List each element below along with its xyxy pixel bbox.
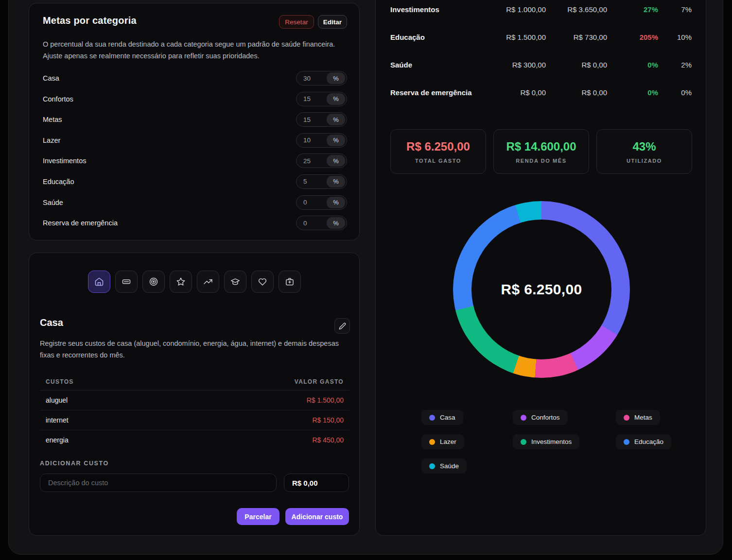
pct-used: 0% (607, 61, 658, 69)
legend-dot (521, 415, 526, 421)
pct-used: 0% (607, 88, 658, 97)
percent-input[interactable]: 30% (296, 71, 347, 85)
goal-row: Educação5% (43, 174, 347, 189)
percent-input[interactable]: 25% (296, 153, 347, 168)
spending-donut-chart: R$ 6.250,00 (453, 201, 630, 378)
category-detail-card: Casa Registre seus custos de casa (alugu… (29, 253, 360, 536)
legend-item[interactable]: Casa (421, 410, 463, 425)
goal-row: Investimentos25% (43, 153, 347, 168)
legend-item[interactable]: Metas (616, 410, 660, 425)
legend-dot (429, 439, 435, 445)
summary-row: Saúde R$ 300,00 R$ 0,00 0% 2% (376, 51, 707, 79)
card-icon (122, 277, 131, 287)
goal-label: Educação (43, 178, 74, 186)
legend-dot (429, 415, 435, 421)
target-icon (149, 277, 158, 287)
goal-label: Casa (43, 74, 59, 82)
star-icon (176, 277, 186, 287)
summary-card: Investimentos R$ 1.000,00 R$ 3.650,00 27… (375, 0, 706, 536)
goal-label: Reserva de emergência (43, 219, 118, 227)
goal-row: Casa30% (43, 71, 347, 85)
tab-investimentos[interactable] (197, 271, 219, 293)
stat-total-spent: R$ 6.250,00 Total gasto (390, 129, 486, 174)
spent-value: R$ 0,00 (473, 88, 546, 97)
tab-casa[interactable] (88, 271, 110, 293)
goals-description: O percentual da sua renda destinado a ca… (43, 38, 343, 62)
legend-item[interactable]: Investimentos (513, 434, 579, 449)
percent-input[interactable]: 15% (296, 92, 347, 106)
planned-value: R$ 3.650,00 (546, 5, 607, 14)
percent-suffix: % (327, 197, 345, 208)
percent-suffix: % (327, 114, 345, 125)
tab-educacao[interactable] (224, 271, 246, 293)
goal-label: Investimentos (43, 157, 86, 165)
planned-value: R$ 0,00 (546, 88, 607, 97)
percent-input[interactable]: 0% (296, 216, 347, 230)
cost-row: energiaR$ 450,00 (40, 430, 349, 450)
edit-category-button[interactable] (334, 318, 350, 334)
goal-row: Lazer10% (43, 133, 347, 148)
summary-row: Educação R$ 1.500,00 R$ 730,00 205% 10% (376, 23, 707, 51)
tab-metas[interactable] (142, 271, 165, 293)
costs-table: Custos Valor gasto aluguelR$ 1.500,00 in… (40, 373, 349, 450)
category-tabs (88, 271, 301, 293)
legend-dot (624, 439, 629, 445)
trending-up-icon (203, 277, 213, 287)
spent-value: R$ 1.500,00 (473, 33, 546, 41)
edit-button[interactable]: Editar (318, 15, 347, 29)
stat-utilized: 43% Utilizado (596, 129, 692, 174)
percent-suffix: % (327, 135, 345, 146)
percent-suffix: % (327, 176, 345, 187)
legend-item[interactable]: Lazer (421, 434, 464, 449)
pct-of-income: 7% (658, 5, 692, 14)
percent-input[interactable]: 10% (296, 133, 347, 148)
summary-table: Investimentos R$ 1.000,00 R$ 3.650,00 27… (376, 0, 707, 106)
medical-bag-icon (285, 277, 295, 287)
goals-card: Metas por categoria Resetar Editar O per… (29, 3, 360, 240)
tab-confortos[interactable] (115, 271, 138, 293)
chart-legend: Casa Confortos Metas Lazer Investimentos… (421, 410, 671, 474)
tab-saude[interactable] (251, 271, 274, 293)
percent-suffix: % (327, 93, 345, 105)
summary-row: Reserva de emergência R$ 0,00 R$ 0,00 0%… (376, 79, 707, 106)
donut-center-label: R$ 6.250,00 (453, 201, 630, 378)
add-cost-button[interactable]: Adicionar custo (285, 508, 349, 525)
goal-label: Saúde (43, 199, 63, 206)
category-description: Registre seus custos de casa (aluguel, c… (40, 338, 351, 361)
parcelar-button[interactable]: Parcelar (237, 508, 279, 525)
goal-row: Saúde0% (43, 195, 347, 210)
percent-suffix: % (327, 217, 345, 229)
cost-amount-input[interactable] (284, 474, 349, 492)
legend-item[interactable]: Confortos (513, 410, 568, 425)
summary-row: Investimentos R$ 1.000,00 R$ 3.650,00 27… (376, 0, 707, 23)
tab-reserva[interactable] (279, 271, 301, 293)
spent-value: R$ 300,00 (473, 61, 546, 69)
legend-item[interactable]: Saúde (421, 458, 467, 474)
percent-suffix: % (327, 72, 345, 84)
legend-dot (624, 415, 629, 421)
cost-row: internetR$ 150,00 (40, 410, 349, 430)
costs-header: Custos (46, 378, 74, 385)
percent-input[interactable]: 15% (296, 112, 347, 127)
tab-lazer[interactable] (170, 271, 192, 293)
value-header: Valor gasto (295, 378, 344, 385)
reset-button[interactable]: Resetar (279, 15, 314, 29)
legend-dot (521, 439, 526, 445)
pct-used: 205% (607, 33, 658, 41)
app-root: Metas por categoria Resetar Editar O per… (0, 0, 732, 560)
spent-value: R$ 1.000,00 (473, 5, 546, 14)
pct-of-income: 10% (658, 33, 692, 41)
costs-table-header: Custos Valor gasto (40, 373, 349, 390)
percent-input[interactable]: 0% (296, 195, 347, 210)
legend-item[interactable]: Educação (616, 434, 671, 449)
house-icon (94, 277, 104, 287)
pct-of-income: 0% (658, 88, 692, 97)
planned-value: R$ 0,00 (546, 61, 607, 69)
goal-row: Confortos15% (43, 92, 347, 106)
stat-month-income: R$ 14.600,00 Renda do mês (493, 129, 589, 174)
goal-label: Metas (43, 116, 62, 123)
percent-input[interactable]: 5% (296, 174, 347, 189)
heart-icon (258, 277, 267, 287)
cost-description-input[interactable] (40, 474, 277, 492)
category-title: Casa (40, 317, 63, 328)
